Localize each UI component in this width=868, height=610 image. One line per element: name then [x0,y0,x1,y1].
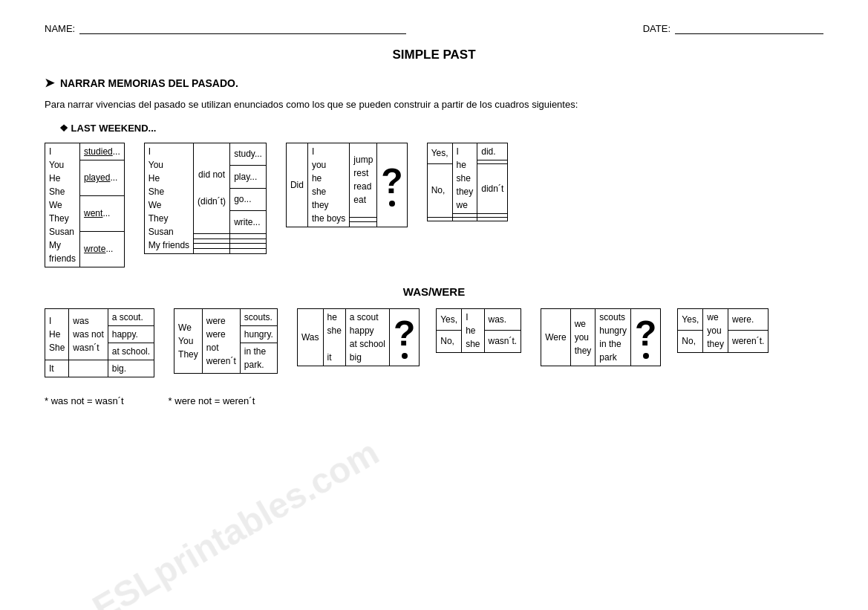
was-comp1-cell: a scout. [108,308,154,325]
was-answer-table: Yes, Iheshe was. No, wasn´t. [436,308,521,353]
played-cell: played... [80,160,125,195]
question-dot [389,201,395,207]
header: NAME: DATE: [45,22,823,34]
was-ans-neg-cell: wasn´t. [484,331,521,353]
intro-text: Para narrar vivencias del pasado se util… [45,97,823,112]
date-field: DATE: [643,22,823,34]
subsection-label: ❖ LAST WEEKEND... [59,123,823,134]
was-subjects-cell: IHeShe [45,308,69,360]
did-cell: Did [286,143,307,227]
was-forms-cell: waswas notwasn´t [69,308,108,360]
was-comp2-cell: happy. [108,325,154,343]
no-cell: No, [427,163,452,217]
yes-cell: Yes, [427,143,452,163]
were-ans-yes-cell: Yes, [678,308,703,331]
were-forms-cell: werewerenotweren´t [202,308,240,373]
were-comp3-cell: in thepark. [240,343,277,373]
was-ans-yes-cell: Yes, [437,308,462,331]
was-ans-pos-cell: was. [484,308,521,331]
were-ans-no-cell: No, [678,331,703,353]
was-comp3-cell: at school. [108,343,154,360]
footnote1: * was not = wasn´t [45,395,124,406]
were-affirm-table: WeYouThey werewerenotweren´t scouts. hun… [174,308,278,374]
neg-study-cell: study... [230,143,267,166]
was-q-mark-cell: ? [389,308,419,366]
question-mark-cell: ? [377,143,407,227]
page-title: SIMPLE PAST [45,48,823,62]
neg-play-cell: play... [230,166,267,189]
were-q-cell: Were [541,308,570,366]
was-affirm-table: IHeShe waswas notwasn´t a scout. happy. … [45,308,154,377]
was-question-dot [402,353,408,359]
was-q-comps-cell: a scouthappyat schoolbig [345,308,389,366]
q-verbs-cell: jumprestreadeat [350,143,377,217]
footnotes: * was not = wasn´t * were not = weren´t [45,395,823,406]
were-ans-neg-cell: weren´t. [728,331,768,353]
was-question-mark: ? [394,316,415,351]
were-comp1-cell: scouts. [240,308,277,325]
watermark: ESLprintables.com [85,432,385,610]
studied-cell: studied... [80,143,125,160]
question-table: Did Iyouheshetheythe boys jumprestreadea… [286,143,408,227]
was-were-title: WAS/WERE [45,285,823,298]
was-q-cell: Was [297,308,323,366]
negative-table: IYouHeSheWeTheySusanMy friends did not(d… [144,143,267,254]
were-q-comps-cell: scoutshungryin thepark [595,308,631,366]
were-answer-table: Yes, weyouthey were. No, weren´t. [677,308,769,353]
were-ans-subjects-cell: weyouthey [703,308,728,352]
didnt-answer-cell: didn´t [477,163,508,213]
section-heading: ➤ NARRAR MEMORIAS DEL PASADO. [45,76,823,90]
were-comp2-cell: hungry. [240,325,277,343]
was-ans-subjects-cell: Iheshe [462,308,484,352]
answer-table: Yes, Iheshetheywe did. No, didn´t [427,143,509,221]
neg-write-cell: write... [230,211,267,234]
date-label: DATE: [643,23,670,34]
q-subjects-cell: Iyouheshetheythe boys [307,143,349,227]
did-answer-cell: did. [477,143,508,160]
tables-row-2: IHeShe waswas notwasn´t a scout. happy. … [45,308,823,377]
were-ans-pos-cell: were. [728,308,768,331]
were-q-mark-cell: ? [631,308,661,366]
neg-subjects-cell: IYouHeSheWeTheySusanMy friends [144,143,193,253]
were-question-dot [643,353,649,359]
arrow-icon: ➤ [45,76,54,90]
were-subjects-cell: WeYouThey [174,308,203,373]
wrote-cell: wrote... [80,231,125,267]
tables-row-1: IYouHeSheWeTheySusanMyfriends studied...… [45,143,823,267]
name-underline [79,22,406,34]
section-heading-text: NARRAR MEMORIAS DEL PASADO. [60,77,238,89]
was-question-table: Was hesheit a scouthappyat schoolbig ? [297,308,420,366]
was-q-subjects-cell: hesheit [323,308,345,366]
date-underline [675,22,823,34]
were-question-mark: ? [635,316,656,351]
did-not-cell: did not(didn´t) [194,143,230,233]
were-question-table: Were weyouthey scoutshungryin thepark ? [541,308,661,366]
subjects-cell: IYouHeSheWeTheySusanMyfriends [45,143,80,267]
ans-subjects-cell: Iheshetheywe [452,143,477,213]
question-mark: ? [381,163,402,199]
affirmative-table: IYouHeSheWeTheySusanMyfriends studied...… [45,143,125,267]
it-cell: It [45,360,69,377]
name-label: NAME: [45,23,75,34]
name-field: NAME: [45,22,406,34]
footnote2: * were not = weren´t [169,395,255,406]
neg-go-cell: go... [230,188,267,211]
big-cell: big. [108,360,154,377]
was-ans-no-cell: No, [437,331,462,353]
were-q-subjects-cell: weyouthey [570,308,595,366]
went-cell: went... [80,195,125,231]
